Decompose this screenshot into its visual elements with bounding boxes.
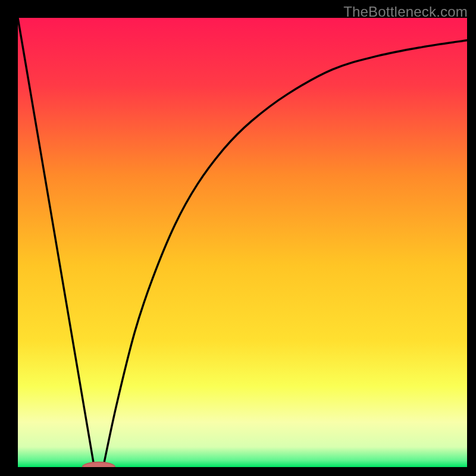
gradient-background	[18, 18, 467, 467]
watermark-text: TheBottleneck.com	[343, 4, 468, 20]
plot-area	[18, 18, 467, 467]
chart-svg	[18, 18, 467, 467]
chart-frame: TheBottleneck.com	[0, 0, 476, 476]
